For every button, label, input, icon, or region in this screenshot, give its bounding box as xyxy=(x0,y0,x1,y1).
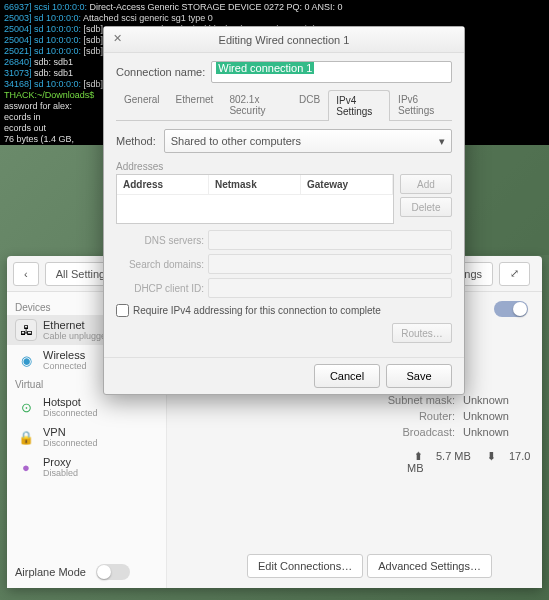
sidebar-item-proxy[interactable]: ● ProxyDisabled xyxy=(7,452,166,482)
col-gateway: Gateway xyxy=(301,175,393,194)
connection-name-input[interactable]: Wired connection 1 xyxy=(211,61,452,83)
addresses-table[interactable]: Address Netmask Gateway xyxy=(116,174,394,224)
tab-general[interactable]: General xyxy=(116,89,168,120)
lock-icon: 🔒 xyxy=(15,426,37,448)
hotspot-icon: ⊙ xyxy=(15,396,37,418)
transfer-stats: 🠭5.7 MB 🠯17.0 MB xyxy=(407,450,542,474)
col-address: Address xyxy=(117,175,209,194)
upload-icon: 🠭 xyxy=(413,450,424,462)
edit-connection-dialog: ✕ Editing Wired connection 1 Connection … xyxy=(103,26,465,395)
dhcp-label: DHCP client ID: xyxy=(116,283,204,294)
require-ipv4-checkbox[interactable] xyxy=(116,304,129,317)
tab-dcb[interactable]: DCB xyxy=(291,89,328,120)
ethernet-icon: 🖧 xyxy=(15,319,37,341)
search-domains-label: Search domains: xyxy=(116,259,204,270)
cancel-button[interactable]: Cancel xyxy=(314,364,380,388)
tab-ethernet[interactable]: Ethernet xyxy=(168,89,222,120)
sidebar-item-hotspot[interactable]: ⊙ HotspotDisconnected xyxy=(7,392,166,422)
tab-ipv6[interactable]: IPv6 Settings xyxy=(390,89,452,120)
airplane-mode-row: Airplane Mode xyxy=(15,564,130,580)
tab-ipv4[interactable]: IPv4 Settings xyxy=(328,90,390,121)
sidebar-item-vpn[interactable]: 🔒 VPNDisconnected xyxy=(7,422,166,452)
chevron-down-icon: ▾ xyxy=(439,135,445,148)
edit-connections-button[interactable]: Edit Connections… xyxy=(247,554,363,578)
routes-button[interactable]: Routes… xyxy=(392,323,452,343)
close-icon[interactable]: ✕ xyxy=(110,32,124,46)
dialog-titlebar: ✕ Editing Wired connection 1 xyxy=(104,27,464,53)
ethernet-toggle[interactable] xyxy=(494,301,528,317)
info-block: Subnet mask:Unknown Router:Unknown Broad… xyxy=(365,392,509,440)
expand-button[interactable]: ⤢ xyxy=(499,262,530,286)
dhcp-input[interactable] xyxy=(208,278,452,298)
delete-button[interactable]: Delete xyxy=(400,197,452,217)
airplane-toggle[interactable] xyxy=(96,564,130,580)
wifi-icon: ◉ xyxy=(15,349,37,371)
save-button[interactable]: Save xyxy=(386,364,452,388)
search-domains-input[interactable] xyxy=(208,254,452,274)
back-button[interactable]: ‹ xyxy=(13,262,39,286)
advanced-settings-button[interactable]: Advanced Settings… xyxy=(367,554,492,578)
tab-8021x[interactable]: 802.1x Security xyxy=(221,89,291,120)
connection-name-label: Connection name: xyxy=(116,66,205,78)
col-netmask: Netmask xyxy=(209,175,301,194)
proxy-icon: ● xyxy=(15,456,37,478)
tab-bar: General Ethernet 802.1x Security DCB IPv… xyxy=(116,89,452,121)
method-select[interactable]: Shared to other computers ▾ xyxy=(164,129,452,153)
method-label: Method: xyxy=(116,135,156,147)
dns-label: DNS servers: xyxy=(116,235,204,246)
dns-input[interactable] xyxy=(208,230,452,250)
download-icon: 🠯 xyxy=(486,450,497,462)
add-button[interactable]: Add xyxy=(400,174,452,194)
require-ipv4-label: Require IPv4 addressing for this connect… xyxy=(133,305,381,316)
addresses-label: Addresses xyxy=(116,161,452,172)
